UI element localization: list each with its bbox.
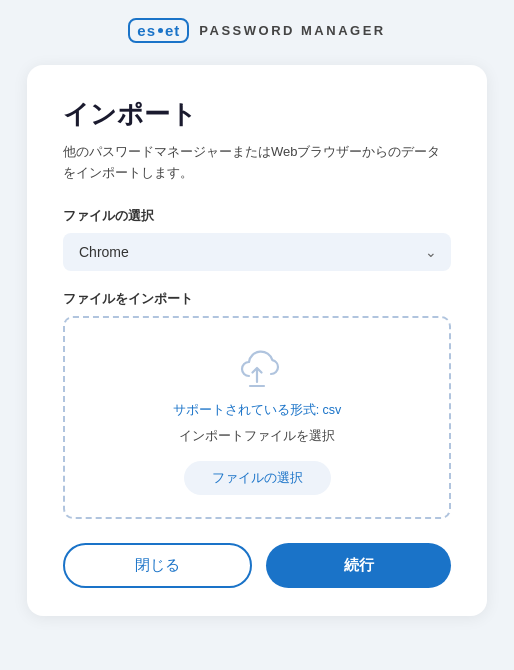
continue-button[interactable]: 続行	[266, 543, 451, 588]
logo-text: es	[137, 22, 156, 39]
drop-area[interactable]: サポートされている形式: csv インポートファイルを選択 ファイルの選択	[63, 316, 451, 519]
logo-text-2: et	[165, 22, 180, 39]
import-card: インポート 他のパスワードマネージャーまたはWebブラウザーからのデータをインポ…	[27, 65, 487, 616]
file-selection-label: ファイルの選択	[63, 208, 451, 225]
logo-dot	[158, 28, 163, 33]
upload-icon	[233, 346, 281, 390]
page-description: 他のパスワードマネージャーまたはWebブラウザーからのデータをインポートします。	[63, 142, 451, 184]
file-selection-section: ファイルの選択 Chrome Firefox Edge Safari 1Pass…	[63, 208, 451, 271]
supported-format-text: サポートされている形式: csv	[173, 402, 342, 419]
import-section-label: ファイルをインポート	[63, 291, 451, 308]
close-button[interactable]: 閉じる	[63, 543, 252, 588]
dropdown-wrapper: Chrome Firefox Edge Safari 1Password Las…	[63, 233, 451, 271]
page-title: インポート	[63, 97, 451, 132]
browser-select[interactable]: Chrome Firefox Edge Safari 1Password Las…	[63, 233, 451, 271]
file-select-button[interactable]: ファイルの選択	[184, 461, 331, 495]
eset-logo: es et	[128, 18, 189, 43]
app-title: PASSWORD MANAGER	[199, 23, 385, 38]
footer-buttons: 閉じる 続行	[63, 543, 451, 588]
app-header: es et PASSWORD MANAGER	[0, 0, 514, 57]
import-file-label: インポートファイルを選択	[179, 427, 335, 445]
file-import-section: ファイルをインポート サポートされている形式: csv インポートファイルを選択…	[63, 291, 451, 519]
